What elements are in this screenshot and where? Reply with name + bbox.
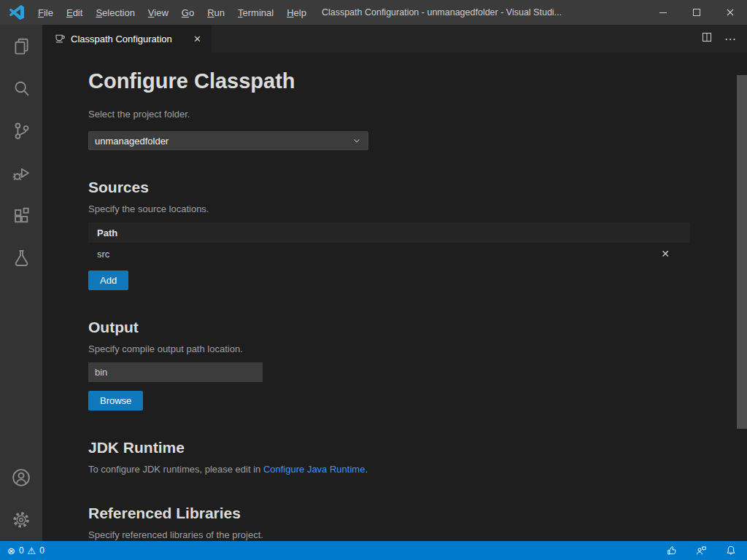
source-path-value: src xyxy=(97,249,109,260)
project-folder-select[interactable]: unmanagedfolder xyxy=(88,131,368,150)
window-title: Classpath Configuration - unmanagedfolde… xyxy=(322,7,646,18)
output-description: Specify compile output path location. xyxy=(88,343,690,356)
status-bar-right xyxy=(666,545,747,556)
jdk-runtime-text: To configure JDK runtimes, please edit i… xyxy=(88,463,690,476)
sidebar-item-source-control[interactable] xyxy=(0,109,42,152)
split-editor-icon[interactable] xyxy=(701,31,713,46)
menu-go[interactable]: Go xyxy=(175,4,201,21)
menu-file[interactable]: File xyxy=(31,4,60,21)
vscode-window: File Edit Selection View Go Run Terminal… xyxy=(0,0,747,560)
warning-icon: ⚠ xyxy=(28,545,36,556)
referenced-libraries-description: Specify referenced libraries of the proj… xyxy=(88,529,690,541)
sidebar-item-search[interactable] xyxy=(0,67,42,109)
gear-icon xyxy=(11,510,31,530)
project-folder-label: Select the project folder. xyxy=(88,108,690,121)
maximize-icon xyxy=(691,7,703,18)
scrollbar[interactable] xyxy=(737,75,747,429)
menu-selection[interactable]: Selection xyxy=(89,4,141,21)
tab-classpath-configuration[interactable]: Classpath Configuration ✕ xyxy=(42,25,212,52)
jdk-runtime-heading: JDK Runtime xyxy=(88,438,690,457)
editor-area: Configure Classpath Select the project f… xyxy=(42,52,747,541)
sources-table: Path src ✕ xyxy=(88,222,690,265)
page-title: Configure Classpath xyxy=(88,67,690,95)
more-actions-icon[interactable]: ⋯ xyxy=(724,32,737,46)
sidebar-item-accounts[interactable] xyxy=(0,456,42,499)
project-folder-value: unmanagedfolder xyxy=(95,136,169,147)
browse-output-button[interactable]: Browse xyxy=(88,391,143,411)
java-cup-icon xyxy=(54,33,66,44)
maximize-button[interactable] xyxy=(680,0,713,25)
menu-help[interactable]: Help xyxy=(280,4,313,21)
source-control-icon xyxy=(12,121,31,141)
account-icon xyxy=(11,467,31,488)
warning-count: 0 xyxy=(39,545,44,556)
error-icon: ⊗ xyxy=(7,545,15,556)
output-heading: Output xyxy=(88,318,690,337)
testing-icon xyxy=(12,248,31,268)
sidebar-item-settings[interactable] xyxy=(0,499,42,541)
sidebar-item-run-debug[interactable] xyxy=(0,152,42,194)
sources-heading: Sources xyxy=(88,178,690,197)
problems-indicator[interactable]: ⊗ 0 ⚠ 0 xyxy=(0,545,44,556)
sidebar-item-extensions[interactable] xyxy=(0,194,42,236)
bell-icon[interactable] xyxy=(725,545,737,556)
editor-tab-bar: Classpath Configuration ✕ ⋯ xyxy=(42,25,747,52)
sidebar-item-explorer[interactable] xyxy=(0,25,42,67)
thumbs-up-icon[interactable] xyxy=(666,545,678,556)
error-count: 0 xyxy=(19,545,24,556)
output-path-input[interactable] xyxy=(88,362,263,382)
window-controls xyxy=(646,0,747,25)
menu-terminal[interactable]: Terminal xyxy=(231,4,280,21)
close-icon xyxy=(724,7,736,18)
menu-run[interactable]: Run xyxy=(201,4,231,21)
configure-java-runtime-link[interactable]: Configure Java Runtime xyxy=(263,464,365,475)
title-bar: File Edit Selection View Go Run Terminal… xyxy=(0,0,747,25)
sources-description: Specify the source locations. xyxy=(88,203,690,216)
files-icon xyxy=(12,36,31,56)
search-icon xyxy=(12,79,31,98)
chevron-down-icon xyxy=(352,136,362,146)
minimize-button[interactable] xyxy=(646,0,680,25)
remove-source-icon[interactable]: ✕ xyxy=(661,248,670,260)
tab-label: Classpath Configuration xyxy=(71,34,172,44)
close-button[interactable] xyxy=(713,0,747,25)
editor-actions: ⋯ xyxy=(701,25,747,52)
activity-bar xyxy=(0,25,42,541)
status-bar: ⊗ 0 ⚠ 0 xyxy=(0,541,747,560)
sidebar-item-testing[interactable] xyxy=(0,236,42,279)
debug-icon xyxy=(12,163,31,183)
add-source-button[interactable]: Add xyxy=(88,271,128,290)
feedback-icon[interactable] xyxy=(695,545,708,556)
path-column-header: Path xyxy=(97,228,117,238)
classpath-configuration-page: Configure Classpath Select the project f… xyxy=(42,52,747,541)
referenced-libraries-heading: Referenced Libraries xyxy=(88,504,690,523)
minimize-icon xyxy=(657,7,669,18)
extensions-icon xyxy=(12,206,31,225)
sources-table-header: Path xyxy=(88,222,690,243)
source-row[interactable]: src ✕ xyxy=(88,243,690,265)
tab-close-icon[interactable]: ✕ xyxy=(190,32,204,46)
jdk-text-suffix: . xyxy=(365,464,368,475)
jdk-text-prefix: To configure JDK runtimes, please edit i… xyxy=(88,464,263,475)
menu-edit[interactable]: Edit xyxy=(60,4,89,21)
menu-view[interactable]: View xyxy=(142,4,175,21)
menu-bar: File Edit Selection View Go Run Terminal… xyxy=(31,0,313,25)
vscode-logo-icon xyxy=(9,5,24,20)
